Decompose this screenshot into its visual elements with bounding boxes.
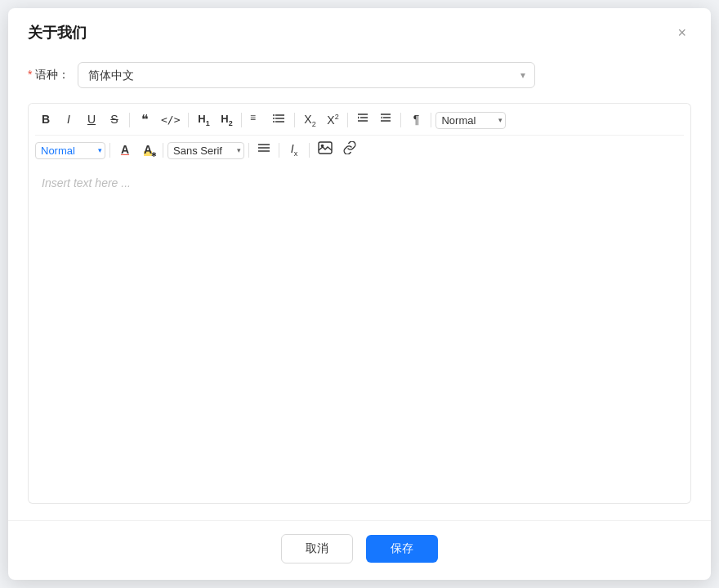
- language-field-row: *语种： 简体中文 English 繁體中文 ▾: [28, 62, 691, 88]
- clear-format-button[interactable]: Ix: [284, 139, 305, 161]
- toolbar-row-1: B I U S ❝ </> H1 H2 ≡: [35, 109, 684, 135]
- insert-link-button[interactable]: [338, 139, 361, 162]
- bold-button[interactable]: B: [35, 109, 56, 131]
- svg-point-4: [273, 114, 275, 116]
- about-us-dialog: 关于我们 × *语种： 简体中文 English 繁體中文 ▾ B I: [8, 8, 711, 580]
- code-button[interactable]: </>: [157, 110, 184, 130]
- align-justify-button[interactable]: [253, 140, 275, 161]
- font-color-button[interactable]: A: [114, 140, 136, 161]
- dialog-footer: 取消 保存: [8, 520, 711, 580]
- h2-button[interactable]: H2: [216, 109, 237, 131]
- separator-6: [400, 113, 401, 127]
- dialog-body: *语种： 简体中文 English 繁體中文 ▾ B I U S ❝ <: [8, 54, 711, 520]
- separator-1: [129, 113, 130, 127]
- paragraph-button[interactable]: ¶: [405, 109, 426, 131]
- language-select-wrapper: 简体中文 English 繁體中文 ▾: [78, 62, 535, 88]
- font-highlight-button[interactable]: A ✱: [137, 140, 159, 161]
- separator-4: [294, 113, 295, 127]
- separator-9: [163, 143, 163, 158]
- indent-decrease-button[interactable]: [375, 109, 396, 131]
- indent-increase-button[interactable]: [352, 109, 373, 131]
- required-star: *: [28, 68, 32, 81]
- close-button[interactable]: ×: [672, 24, 691, 42]
- dialog-title: 关于我们: [28, 23, 87, 42]
- ordered-list-button[interactable]: ≡: [246, 109, 267, 131]
- svg-rect-16: [319, 142, 332, 154]
- language-label: *语种：: [28, 68, 69, 82]
- subscript-button[interactable]: X2: [299, 109, 320, 131]
- h1-button[interactable]: H1: [193, 109, 214, 131]
- italic-button[interactable]: I: [58, 109, 79, 131]
- strikethrough-button[interactable]: S: [104, 109, 125, 131]
- underline-button[interactable]: U: [81, 109, 102, 131]
- editor-content-area[interactable]: Insert text here ...: [28, 165, 691, 504]
- font-family-select[interactable]: Sans Serif Serif Monospace: [167, 142, 244, 159]
- separator-7: [431, 113, 431, 127]
- separator-2: [188, 113, 189, 127]
- editor-placeholder: Insert text here ...: [42, 176, 131, 189]
- cancel-button[interactable]: 取消: [281, 534, 353, 564]
- separator-10: [248, 143, 249, 158]
- editor-toolbar: B I U S ❝ </> H1 H2 ≡: [28, 103, 691, 165]
- save-button[interactable]: 保存: [366, 535, 438, 563]
- dialog-header: 关于我们 ×: [8, 8, 711, 54]
- svg-text:≡: ≡: [250, 112, 256, 123]
- svg-point-5: [273, 118, 275, 119]
- superscript-button[interactable]: X2: [322, 109, 343, 131]
- separator-12: [309, 143, 310, 158]
- separator-3: [241, 113, 242, 127]
- separator-8: [109, 143, 110, 158]
- toolbar-row-2: Normal Heading 1 Heading 2 ▾ A A ✱ Sans …: [35, 135, 684, 165]
- normal-select-wrapper: Normal Heading 1 Heading 2 ▾: [35, 142, 105, 159]
- separator-11: [279, 143, 279, 158]
- unordered-list-button[interactable]: [269, 109, 290, 131]
- quote-button[interactable]: ❝: [134, 109, 155, 131]
- font-family-select-wrapper: Sans Serif Serif Monospace ▾: [167, 142, 244, 159]
- heading-select[interactable]: Normal Heading 1 Heading 2 Heading 3: [435, 112, 506, 129]
- language-select[interactable]: 简体中文 English 繁體中文: [78, 62, 535, 88]
- svg-point-6: [273, 121, 275, 122]
- separator-5: [347, 113, 348, 127]
- insert-image-button[interactable]: [314, 139, 337, 162]
- heading-select-wrapper: Normal Heading 1 Heading 2 Heading 3 ▾: [435, 112, 506, 129]
- normal-select[interactable]: Normal Heading 1 Heading 2: [35, 142, 105, 159]
